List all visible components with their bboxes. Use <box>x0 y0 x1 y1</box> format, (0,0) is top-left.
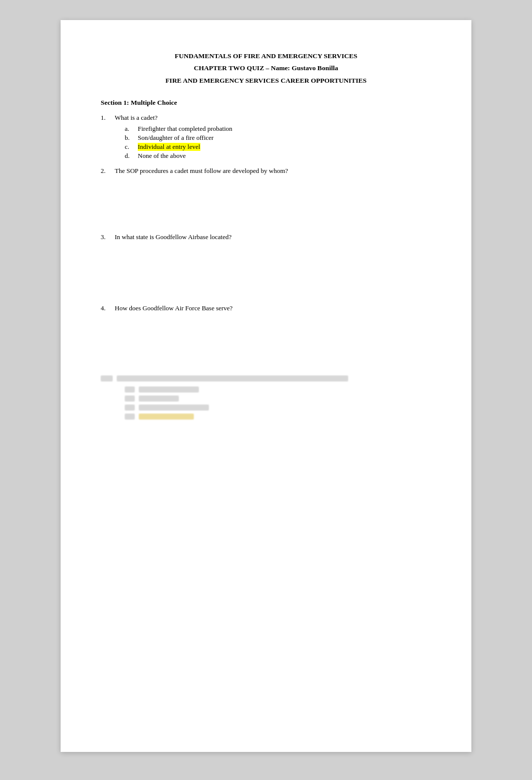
q5-answers-blurred <box>101 386 431 420</box>
q5-d-letter <box>125 414 135 420</box>
answer-1c-text: Individual at entry level <box>138 143 200 151</box>
question-1-answers: a. Firefighter that completed probation … <box>101 125 431 160</box>
question-3-text: In what state is Goodfellow Airbase loca… <box>115 233 431 241</box>
q5-c-text <box>139 405 209 411</box>
q5-b-letter <box>125 396 135 402</box>
question-1: 1. What is a cadet? a. Firefighter that … <box>101 114 431 160</box>
question-4-text: How does Goodfellow Air Force Base serve… <box>115 304 431 312</box>
question-4-number: 4. <box>101 304 115 312</box>
answer-1a: a. Firefighter that completed probation <box>125 125 431 133</box>
question-2-spacer <box>101 178 431 228</box>
answer-1c-letter: c. <box>125 143 138 151</box>
q5-d-text <box>139 414 194 420</box>
q5-c-letter <box>125 405 135 411</box>
q5-number-blurred <box>101 375 113 381</box>
question-2-number: 2. <box>101 167 115 175</box>
document-page: FUNDAMENTALS OF FIRE AND EMERGENCY SERVI… <box>61 20 471 752</box>
question-2: 2. The SOP procedures a cadet must follo… <box>101 167 431 228</box>
document-header: FUNDAMENTALS OF FIRE AND EMERGENCY SERVI… <box>101 50 431 87</box>
q5-answer-c-blurred <box>125 405 431 411</box>
answer-1a-letter: a. <box>125 125 138 133</box>
question-3-spacer <box>101 244 431 299</box>
header-line-3: FIRE AND EMERGENCY SERVICES CAREER OPPOR… <box>101 75 431 87</box>
q5-answer-b-blurred <box>125 396 431 402</box>
question-1-number: 1. <box>101 114 115 122</box>
answer-1b: b. Son/daughter of a fire officer <box>125 134 431 142</box>
answer-1d-text: None of the above <box>138 152 186 160</box>
section-heading: Section 1: Multiple Choice <box>101 99 431 107</box>
q5-a-text <box>139 386 199 393</box>
question-4: 4. How does Goodfellow Air Force Base se… <box>101 304 431 370</box>
q5-b-text <box>139 396 179 402</box>
question-5-blurred <box>101 375 431 420</box>
answer-1a-text: Firefighter that completed probation <box>138 125 232 133</box>
question-1-text: What is a cadet? <box>115 114 431 122</box>
header-line-2: CHAPTER TWO QUIZ – Name: Gustavo Bonilla <box>101 62 431 74</box>
q5-answer-d-blurred <box>125 414 431 420</box>
answer-1b-letter: b. <box>125 134 138 142</box>
answer-1d-letter: d. <box>125 152 138 160</box>
answer-1c: c. Individual at entry level <box>125 143 431 151</box>
question-3-number: 3. <box>101 233 115 241</box>
answer-1b-text: Son/daughter of a fire officer <box>138 134 213 142</box>
answer-1d: d. None of the above <box>125 152 431 160</box>
header-line-1: FUNDAMENTALS OF FIRE AND EMERGENCY SERVI… <box>101 50 431 62</box>
question-2-text: The SOP procedures a cadet must follow a… <box>115 167 431 175</box>
q5-a-letter <box>125 386 135 393</box>
q5-text-blurred <box>117 375 348 381</box>
question-3: 3. In what state is Goodfellow Airbase l… <box>101 233 431 299</box>
question-4-spacer <box>101 315 431 370</box>
q5-answer-a-blurred <box>125 386 431 393</box>
